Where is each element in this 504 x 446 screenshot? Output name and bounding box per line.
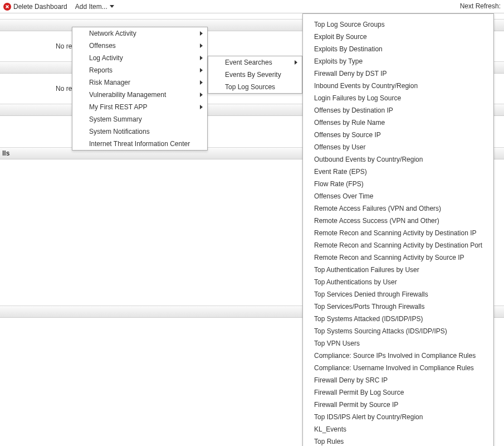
menu3-item-0[interactable]: Top Log Source Groups [303,18,493,31]
no-results-text: No res [0,42,75,50]
menu-item-label: Firewall Permit By Log Source [314,389,404,396]
menu-item-label: Top Services Denied through Firewalls [314,290,428,298]
content-area: No res No res lls Network ActivityOffens… [0,13,504,446]
menu-item-label: Firewall Permit by Source IP [314,401,398,409]
menu1-item-8[interactable]: System Notifications [72,125,207,138]
menu3-item-13[interactable]: Flow Rate (FPS) [303,178,493,190]
menu1-item-1[interactable]: Offenses [72,40,207,52]
menu3-item-18[interactable]: Remote Recon and Scanning Activity by De… [303,239,493,251]
menu3-item-14[interactable]: Offenses Over Time [303,190,493,202]
menu3-item-22[interactable]: Top Services Denied through Firewalls [303,288,493,300]
delete-dashboard-label: Delete Dashboard [13,3,67,11]
menu3-item-32[interactable]: Top IDS/IPS Alert by Country/Region [303,411,493,423]
menu-item-label: Remote Access Success (VPN and Other) [314,217,439,225]
menu1-item-4[interactable]: Risk Manager [72,76,207,89]
menu-item-label: Firewall Deny by DST IP [314,70,386,77]
menu2-item-2[interactable]: Top Log Sources [208,81,302,93]
menu-item-label: Reports [89,66,112,74]
menu3-item-31[interactable]: Firewall Permit by Source IP [303,399,493,411]
menu-item-label: Flow Rate (FPS) [314,180,364,188]
menu3-item-24[interactable]: Top Systems Attacked (IDS/IDP/IPS) [303,313,493,325]
menu-item-label: Remote Recon and Scanning Activity by So… [314,254,464,261]
menu3-item-2[interactable]: Exploits By Destination [303,43,493,55]
delete-icon [3,3,11,11]
delete-dashboard-button[interactable]: Delete Dashboard [3,3,67,11]
menu3-item-8[interactable]: Offenses by Rule Name [303,117,493,129]
menu-item-label: Offenses by Source IP [314,131,381,139]
add-item-button[interactable]: Add Item... [75,3,114,11]
menu-item-label: Risk Manager [89,79,130,86]
chevron-right-icon [200,80,203,85]
menu-item-label: KL_Events [314,425,346,433]
menu3-item-16[interactable]: Remote Access Success (VPN and Other) [303,215,493,227]
menu2-item-1[interactable]: Events By Severity [208,69,302,81]
menu3-item-11[interactable]: Outbound Events by Country/Region [303,153,493,166]
menu-item-label: Internet Threat Information Center [89,140,190,148]
menu1-item-2[interactable]: Log Activity [72,52,207,64]
menu3-item-20[interactable]: Top Authentication Failures by User [303,264,493,276]
menu-item-label: Remote Recon and Scanning Activity by De… [314,241,482,249]
menu-item-label: Event Searches [225,59,272,66]
menu-item-label: Offenses by Rule Name [314,119,385,127]
add-item-label: Add Item... [75,3,107,11]
menu3-item-29[interactable]: Firewall Deny by SRC IP [303,374,493,386]
menu3-item-5[interactable]: Inbound Events by Country/Region [303,80,493,92]
menu3-item-17[interactable]: Remote Recon and Scanning Activity by De… [303,227,493,239]
menu3-item-15[interactable]: Remote Access Failures (VPN and Others) [303,202,493,215]
menu-item-label: Offenses by User [314,143,365,151]
chevron-right-icon [200,93,203,97]
menu3-item-30[interactable]: Firewall Permit By Log Source [303,386,493,399]
menu3-item-25[interactable]: Top Systems Sourcing Attacks (IDS/IDP/IP… [303,325,493,337]
log-activity-submenu: Event SearchesEvents By SeverityTop Log … [208,56,302,94]
menu-item-label: Login Failures by Log Source [314,94,401,102]
menu-item-label: Top IDS/IPS Alert by Country/Region [314,413,423,421]
menu3-item-12[interactable]: Event Rate (EPS) [303,166,493,178]
menu-item-label: Exploit By Source [314,33,367,41]
menu3-item-28[interactable]: Compliance: Username Involved in Complia… [303,362,493,374]
menu1-item-6[interactable]: My First REST APP [72,101,207,113]
menu3-item-27[interactable]: Compliance: Source IPs Involved in Compl… [303,350,493,362]
menu3-item-9[interactable]: Offenses by Source IP [303,129,493,141]
chevron-right-icon [200,105,203,109]
menu-item-label: Offenses by Destination IP [314,106,393,114]
chevron-right-icon [200,56,203,60]
menu-item-label: Outbound Events by Country/Region [314,156,423,163]
menu3-item-33[interactable]: KL_Events [303,423,493,435]
menu1-item-0[interactable]: Network Activity [72,27,207,40]
event-searches-submenu[interactable]: Top Log Source GroupsExploit By SourceEx… [302,13,494,446]
menu-item-label: Top Authentications by User [314,278,397,286]
menu3-item-21[interactable]: Top Authentications by User [303,276,493,288]
menu3-item-1[interactable]: Exploit By Source [303,31,493,43]
menu-item-label: Compliance: Source IPs Involved in Compl… [314,352,476,360]
menu1-item-5[interactable]: Vulnerability Management [72,89,207,101]
menu1-item-7[interactable]: System Summary [72,113,207,125]
panel-title-suffix: lls [2,149,9,157]
menu3-item-4[interactable]: Firewall Deny by DST IP [303,67,493,80]
menu3-item-19[interactable]: Remote Recon and Scanning Activity by So… [303,251,493,264]
no-results-text: No res [0,85,75,93]
menu3-item-23[interactable]: Top Services/Ports Through Firewalls [303,300,493,313]
menu3-item-3[interactable]: Exploits by Type [303,55,493,67]
menu-item-label: Exploits by Type [314,57,363,65]
menu3-item-34[interactable]: Top Rules [303,435,493,446]
menu-item-label: Events By Severity [225,71,281,79]
menu-item-label: Exploits By Destination [314,45,383,53]
menu-item-label: Log Activity [89,54,123,62]
menu3-item-10[interactable]: Offenses by User [303,141,493,153]
submenu-item-cutoff[interactable] [303,13,493,18]
menu-item-label: Network Activity [89,30,136,37]
menu1-item-9[interactable]: Internet Threat Information Center [72,138,207,150]
menu3-item-6[interactable]: Login Failures by Log Source [303,92,493,104]
menu2-item-0[interactable]: Event Searches [208,56,302,69]
menu3-item-7[interactable]: Offenses by Destination IP [303,104,493,117]
menu-item-label: My First REST APP [89,103,147,111]
menu-item-label: Top Log Source Groups [314,21,385,28]
chevron-right-icon [200,31,203,36]
toolbar: Delete Dashboard Add Item... Next Refres… [0,0,504,13]
menu3-item-26[interactable]: Top VPN Users [303,337,493,350]
menu-item-label: Remote Recon and Scanning Activity by De… [314,229,477,237]
menu-item-label: Top Log Sources [225,83,275,91]
menu-item-label: Top Services/Ports Through Firewalls [314,303,425,311]
menu1-item-3[interactable]: Reports [72,64,207,76]
menu-item-label: Firewall Deny by SRC IP [314,376,388,384]
